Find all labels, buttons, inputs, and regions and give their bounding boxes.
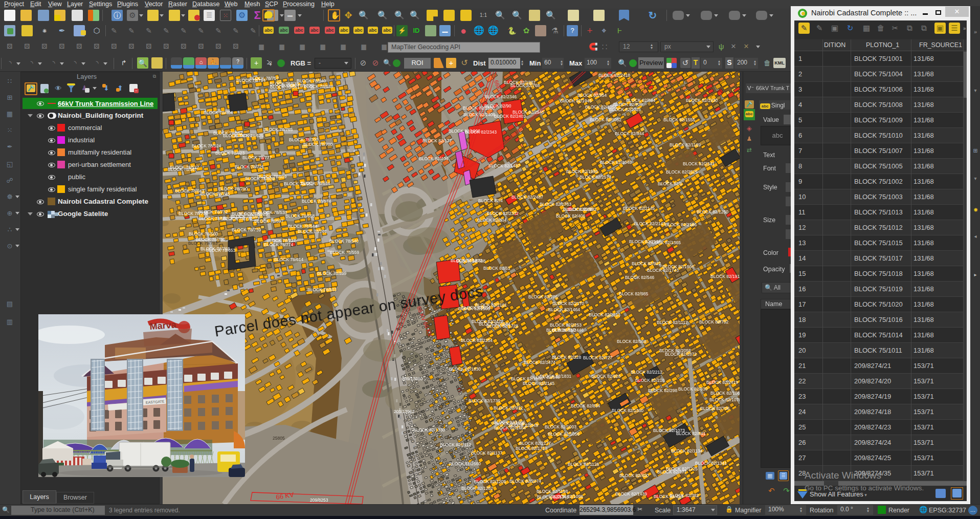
svg-text:BLOCK 82/1056: BLOCK 82/1056 (548, 431, 580, 437)
svg-text:BLOCK 82/2370: BLOCK 82/2370 (552, 301, 584, 306)
svg-text:BLOCK 82/1052: BLOCK 82/1052 (590, 117, 621, 122)
svg-text:BLOCK 82/750: BLOCK 82/750 (546, 328, 575, 333)
svg-text:BLOCK 82/1728: BLOCK 82/1728 (486, 323, 518, 329)
svg-text:BLOCK 82/1830: BLOCK 82/1830 (449, 366, 481, 372)
svg-text:BLOCK 82/2025: BLOCK 82/2025 (609, 107, 641, 112)
svg-text:BLOCK 82/588: BLOCK 82/588 (617, 339, 646, 344)
svg-text:BLOCK 82/1736: BLOCK 82/1736 (469, 398, 500, 403)
svg-text:BLOCK 82/1439: BLOCK 82/1439 (615, 491, 647, 496)
svg-text:BLOCK 82/2525: BLOCK 82/2525 (666, 169, 698, 175)
svg-text:BLOCK 78/625: BLOCK 78/625 (234, 133, 263, 138)
svg-text:BLOCK 82/702: BLOCK 82/702 (699, 319, 728, 325)
svg-text:BLOCK 82/841: BLOCK 82/841 (676, 431, 705, 436)
svg-text:BLOCK 82/1555: BLOCK 82/1555 (663, 117, 695, 122)
svg-text:BLOCK 78/582: BLOCK 78/582 (199, 216, 228, 221)
svg-text:BLOCK 78/859: BLOCK 78/859 (317, 271, 346, 276)
svg-text:BLOCK 82/1719: BLOCK 82/1719 (516, 446, 547, 451)
svg-text:BLOCK 82/4: BLOCK 82/4 (478, 198, 503, 203)
svg-text:BLOCK 82/2058: BLOCK 82/2058 (659, 348, 691, 353)
svg-text:BLOCK 78/794: BLOCK 78/794 (236, 78, 265, 83)
svg-text:BLOCK 79/783: BLOCK 79/783 (188, 241, 217, 246)
svg-text:BLOCK 82/2212: BLOCK 82/2212 (631, 370, 662, 375)
svg-text:BLOCK 78/777: BLOCK 78/777 (242, 155, 272, 160)
svg-text:BLOCK 82/1341: BLOCK 82/1341 (695, 461, 727, 466)
svg-text:BLOCK 82/1966: BLOCK 82/1966 (662, 264, 694, 269)
svg-text:BLOCK 82/1996: BLOCK 82/1996 (449, 128, 480, 134)
svg-text:BLOCK 82/2418: BLOCK 82/2418 (598, 73, 630, 78)
svg-text:BLOCK 82/2145: BLOCK 82/2145 (623, 206, 655, 211)
svg-text:209/8253: 209/8253 (310, 498, 328, 503)
svg-text:BLOCK 78/544: BLOCK 78/544 (288, 224, 317, 229)
svg-text:209/13962: 209/13962 (394, 409, 414, 414)
svg-text:BLOCK 82/408: BLOCK 82/408 (456, 258, 485, 264)
svg-text:BLOCK 82/2534: BLOCK 82/2534 (629, 239, 661, 244)
svg-text:BLOCK 78/540: BLOCK 78/540 (329, 239, 359, 244)
svg-text:BLOCK 82/985: BLOCK 82/985 (619, 291, 648, 296)
svg-text:BLOCK 82/406: BLOCK 82/406 (556, 213, 585, 219)
svg-text:BLOCK 78/765: BLOCK 78/765 (263, 127, 293, 132)
svg-text:BLOCK 82/992: BLOCK 82/992 (567, 207, 596, 212)
svg-text:BLOCK 82/826: BLOCK 82/826 (591, 374, 620, 379)
svg-text:BLOCK 78/643: BLOCK 78/643 (175, 188, 204, 193)
svg-text:209/13680: 209/13680 (402, 376, 422, 381)
svg-text:BLOCK 82/1250: BLOCK 82/1250 (697, 209, 728, 214)
svg-text:BLOCK 82/1911: BLOCK 82/1911 (710, 274, 740, 279)
svg-text:BLOCK 82/2513: BLOCK 82/2513 (589, 312, 620, 317)
svg-text:BLOCK 82/1134: BLOCK 82/1134 (671, 448, 703, 453)
svg-text:BLOCK 82/1464: BLOCK 82/1464 (548, 307, 580, 312)
svg-text:BLOCK 78/634: BLOCK 78/634 (301, 181, 330, 186)
svg-text:BLOCK 82/2145: BLOCK 82/2145 (523, 381, 554, 386)
svg-text:BLOCK 82/2147: BLOCK 82/2147 (634, 221, 665, 226)
svg-text:BLOCK 82/1474: BLOCK 82/1474 (524, 360, 555, 365)
svg-text:BLOCK 82/912: BLOCK 82/912 (494, 405, 523, 410)
svg-text:BLOCK 82/1225: BLOCK 82/1225 (666, 466, 698, 471)
svg-text:BLOCK 82/1360: BLOCK 82/1360 (612, 408, 643, 413)
svg-text:BLOCK 78/732: BLOCK 78/732 (198, 209, 228, 214)
svg-text:BLOCK 82/804: BLOCK 82/804 (477, 218, 506, 223)
svg-text:BLOCK 82/429: BLOCK 82/429 (654, 494, 683, 499)
svg-text:BLOCK 82/2254: BLOCK 82/2254 (461, 338, 493, 343)
svg-text:BLOCK 82/1063: BLOCK 82/1063 (710, 391, 740, 396)
svg-text:BLOCK 82/2487: BLOCK 82/2487 (511, 194, 543, 200)
svg-text:BLOCK 82/2253: BLOCK 82/2253 (550, 322, 582, 328)
svg-text:BLOCK 82/298: BLOCK 82/298 (648, 388, 677, 393)
svg-text:BLOCK 82/2346: BLOCK 82/2346 (485, 94, 517, 99)
svg-text:BLOCK 78/840: BLOCK 78/840 (297, 78, 326, 83)
svg-text:BLOCK 82/2472: BLOCK 82/2472 (472, 319, 503, 324)
svg-text:BLOCK 78/790: BLOCK 78/790 (218, 186, 248, 191)
svg-text:BLOCK 78/614: BLOCK 78/614 (274, 257, 303, 262)
svg-text:BLOCK 82/844: BLOCK 82/844 (626, 98, 655, 103)
svg-text:BLOCK 82/404: BLOCK 82/404 (419, 156, 448, 161)
svg-text:BLOCK 78/763: BLOCK 78/763 (201, 246, 230, 251)
svg-text:BLOCK 82/218: BLOCK 82/218 (635, 378, 664, 383)
svg-text:BLOCK 82/814: BLOCK 82/814 (461, 305, 491, 310)
svg-text:BLOCK 82/2560: BLOCK 82/2560 (449, 461, 481, 466)
svg-text:BLOCK 82/706: BLOCK 82/706 (528, 294, 558, 299)
svg-text:BLOCK 78/604: BLOCK 78/604 (204, 110, 233, 115)
svg-text:BLOCK 78/721: BLOCK 78/721 (235, 164, 264, 169)
svg-text:BLOCK 82/727: BLOCK 82/727 (583, 355, 612, 360)
svg-text:BLOCK 82/1208: BLOCK 82/1208 (474, 479, 506, 484)
svg-text:BLOCK 78/803: BLOCK 78/803 (307, 287, 337, 292)
svg-text:BLOCK 82/2403: BLOCK 82/2403 (494, 114, 526, 119)
svg-text:BLOCK 82/228: BLOCK 82/228 (552, 355, 581, 360)
svg-text:BLOCK 78/527: BLOCK 78/527 (170, 165, 199, 170)
svg-text:BLOCK 82/1117: BLOCK 82/1117 (657, 320, 688, 325)
svg-text:BLOCK 78/658: BLOCK 78/658 (285, 213, 315, 219)
svg-text:BLOCK 78/737: BLOCK 78/737 (266, 238, 296, 243)
svg-text:BLOCK 82/1078: BLOCK 82/1078 (709, 397, 740, 402)
svg-text:BLOCK 82/1330: BLOCK 82/1330 (413, 427, 445, 432)
svg-text:BLOCK 82/90: BLOCK 82/90 (484, 103, 511, 109)
svg-text:BLOCK 82/1887: BLOCK 82/1887 (504, 80, 536, 85)
svg-text:BLOCK 78/697: BLOCK 78/697 (254, 219, 283, 224)
svg-text:BLOCK 82/1282: BLOCK 82/1282 (461, 486, 493, 491)
svg-text:BLOCK 78/623: BLOCK 78/623 (215, 150, 244, 156)
svg-text:BLOCK 82/2177: BLOCK 82/2177 (519, 441, 551, 446)
svg-text:BLOCK 82/1945: BLOCK 82/1945 (560, 98, 592, 103)
svg-text:BLOCK 82/830: BLOCK 82/830 (678, 386, 707, 392)
svg-text:BLOCK 78/609: BLOCK 78/609 (257, 174, 286, 179)
svg-text:BLOCK 82/2341: BLOCK 82/2341 (683, 161, 715, 166)
svg-text:BLOCK 82/1126: BLOCK 82/1126 (568, 462, 599, 467)
svg-text:BLOCK 82/1198: BLOCK 82/1198 (537, 489, 568, 494)
svg-text:BLOCK 82/5: BLOCK 82/5 (658, 181, 682, 186)
